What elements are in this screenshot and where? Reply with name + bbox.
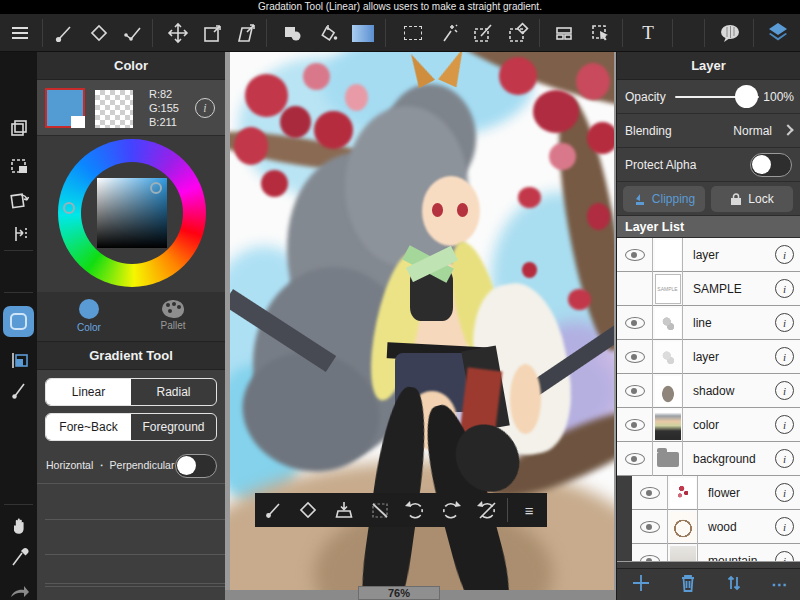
hand-tool-button[interactable]	[3, 510, 34, 541]
layer-row[interactable]: color i	[617, 408, 800, 442]
fb-brush-button[interactable]	[255, 495, 291, 525]
move-tool-button[interactable]	[162, 17, 194, 49]
bucket-tool-button[interactable]	[312, 17, 344, 49]
rotate-canvas-button[interactable]	[3, 184, 34, 215]
foreground-color-swatch[interactable]	[45, 88, 85, 128]
tab-pallet[interactable]: Pallet	[133, 297, 213, 331]
layer-info-button[interactable]: i	[775, 245, 794, 264]
color-info-button[interactable]: i	[195, 98, 215, 118]
free-transform-tool-button[interactable]	[230, 17, 262, 49]
layer-row[interactable]: shadow i	[617, 374, 800, 408]
fb-rotate-left-button[interactable]	[398, 495, 434, 525]
lock-button[interactable]: Lock	[711, 186, 793, 212]
background-color-swatch[interactable]	[95, 90, 133, 128]
visibility-toggle[interactable]	[617, 238, 653, 272]
shapes-tool-button[interactable]	[276, 17, 308, 49]
material-balloon-button[interactable]	[714, 17, 746, 49]
layer-thumbnail	[653, 408, 683, 442]
zoom-indicator[interactable]: 76%	[358, 586, 440, 600]
layer-info-button[interactable]: i	[775, 347, 794, 366]
pallet-tab-icon	[162, 300, 184, 318]
foreback-option[interactable]: Fore~Back	[46, 414, 131, 440]
visibility-toggle[interactable]	[617, 340, 653, 374]
layer-row[interactable]: layer i	[617, 238, 800, 272]
layer-info-button[interactable]: i	[775, 415, 794, 434]
layer-row[interactable]: flower i	[617, 476, 800, 510]
layer-row[interactable]: layer i	[617, 340, 800, 374]
linear-option[interactable]: Linear	[46, 379, 131, 405]
visibility-toggle[interactable]	[617, 306, 653, 340]
select-rect-tool-button[interactable]	[397, 17, 429, 49]
direction-toggle[interactable]	[175, 454, 217, 478]
layer-info-button[interactable]: i	[775, 483, 794, 502]
eraser-tool-button[interactable]	[83, 17, 115, 49]
copy-button[interactable]	[3, 112, 34, 143]
reorder-layers-button[interactable]	[723, 572, 745, 598]
layer-group-row[interactable]: background i	[617, 442, 800, 476]
sv-selector[interactable]	[150, 182, 162, 194]
layer-info-button[interactable]: i	[775, 517, 794, 536]
more-options-button[interactable]: ⋯	[771, 575, 788, 594]
layer-row[interactable]: wood i	[617, 510, 800, 544]
layer-row-partial[interactable]: mountain i	[617, 544, 800, 562]
select-pen-tool-button[interactable]	[467, 17, 499, 49]
fb-menu-button[interactable]: ≡	[511, 495, 547, 525]
layer-info-button[interactable]: i	[775, 551, 794, 562]
visibility-toggle[interactable]	[617, 272, 653, 306]
fb-rotate-reset-button[interactable]	[469, 495, 505, 525]
gradient-tool-button[interactable]	[347, 17, 379, 49]
radial-option[interactable]: Radial	[131, 379, 216, 405]
art-blossom	[587, 122, 614, 154]
gradient-tool-title: Gradient Tool	[37, 342, 225, 370]
select-cursor-button[interactable]	[585, 17, 617, 49]
brush-tool-button[interactable]	[48, 17, 80, 49]
free-transform-icon	[235, 22, 257, 44]
magic-wand-tool-button[interactable]	[432, 17, 464, 49]
layer-row[interactable]: line i	[617, 306, 800, 340]
brush-panel-button[interactable]	[3, 374, 34, 405]
opacity-label: Opacity	[625, 90, 666, 104]
flip-button[interactable]	[3, 218, 34, 249]
fb-gradient-button[interactable]	[362, 495, 398, 525]
visibility-toggle[interactable]	[617, 374, 653, 408]
select-eraser-tool-button[interactable]	[502, 17, 534, 49]
fb-rotate-right-button[interactable]	[433, 495, 469, 525]
dot-pen-tool-button[interactable]	[117, 17, 149, 49]
add-layer-button[interactable]	[630, 572, 652, 598]
visibility-toggle[interactable]	[632, 544, 668, 562]
menu-button[interactable]	[4, 17, 36, 49]
layer-thumbnail	[653, 442, 683, 476]
divide-panel-button[interactable]	[548, 17, 580, 49]
redo-button[interactable]	[3, 576, 34, 600]
eyedropper-button[interactable]	[3, 542, 34, 573]
text-tool-button[interactable]: T	[632, 17, 664, 49]
selection-tool-button-active[interactable]	[3, 306, 34, 337]
paste-button[interactable]	[3, 150, 34, 181]
visibility-toggle[interactable]	[632, 510, 668, 544]
fb-bucket-button[interactable]	[326, 495, 362, 525]
layer-row[interactable]: SAMPLE SAMPLE i	[617, 272, 800, 306]
delete-layer-button[interactable]	[678, 572, 698, 598]
pallet-tab-label: Pallet	[160, 320, 185, 331]
color-panel-title: Color	[37, 52, 225, 80]
layers-panel-button[interactable]	[762, 17, 794, 49]
layer-info-button[interactable]: i	[775, 313, 794, 332]
foreground-option[interactable]: Foreground	[131, 414, 216, 440]
transform-tool-button[interactable]	[196, 17, 228, 49]
layer-info-button[interactable]: i	[775, 449, 794, 468]
panel-toggle-button[interactable]	[3, 344, 34, 375]
visibility-toggle[interactable]	[632, 476, 668, 510]
protect-alpha-toggle[interactable]	[750, 153, 792, 177]
fb-eraser-button[interactable]	[291, 495, 327, 525]
layer-info-button[interactable]: i	[775, 381, 794, 400]
visibility-toggle[interactable]	[617, 408, 653, 442]
hue-selector[interactable]	[63, 202, 75, 214]
layer-info-button[interactable]: i	[775, 279, 794, 298]
clipping-button[interactable]: Clipping	[623, 186, 705, 212]
canvas-area[interactable]: ≡ 76%	[225, 52, 616, 600]
blending-row[interactable]: Blending Normal	[617, 114, 800, 148]
opacity-slider-knob[interactable]	[735, 85, 758, 108]
balloon-icon	[718, 22, 742, 44]
tab-color[interactable]: Color	[49, 297, 129, 333]
visibility-toggle[interactable]	[617, 442, 653, 476]
